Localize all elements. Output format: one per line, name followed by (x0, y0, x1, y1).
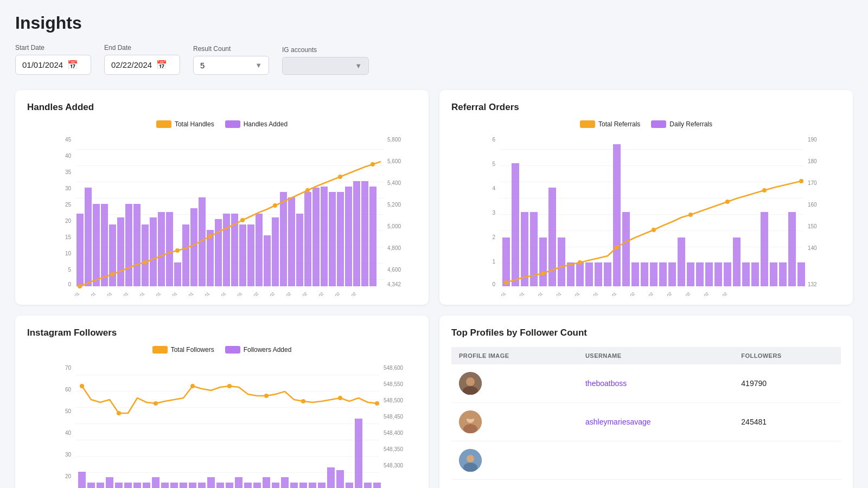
svg-point-210 (338, 396, 342, 400)
referral-chart-title: Referral Orders (451, 102, 841, 113)
svg-point-218 (464, 413, 476, 419)
table-header-row: PROFILE IMAGE USERNAME FOLLOWERS (451, 347, 841, 364)
legend-orange-ref (580, 120, 595, 128)
svg-text:30: 30 (65, 185, 72, 191)
svg-text:2024-12-02: 2024-12-02 (654, 291, 673, 296)
svg-point-213 (466, 377, 475, 386)
svg-text:2024-10-01: 2024-10-01 (543, 291, 563, 296)
svg-rect-174 (115, 483, 123, 488)
profile-image-cell (451, 403, 578, 441)
start-date-input[interactable]: 01/01/2024 📅 (15, 55, 91, 75)
svg-text:2024-04-01: 2024-04-01 (506, 291, 526, 296)
svg-text:548,300: 548,300 (384, 463, 404, 468)
svg-rect-175 (124, 483, 132, 488)
svg-point-66 (371, 162, 375, 166)
svg-point-65 (338, 175, 342, 179)
svg-rect-170 (78, 472, 86, 488)
svg-point-203 (80, 384, 84, 388)
svg-rect-38 (223, 214, 230, 286)
svg-text:160: 160 (808, 202, 817, 208)
svg-text:0: 0 (492, 281, 495, 287)
svg-rect-183 (198, 483, 206, 488)
svg-text:2024-09-02: 2024-09-02 (273, 291, 292, 296)
bottom-row: Instagram Followers Total Followers Foll… (15, 316, 853, 488)
svg-text:548,450: 548,450 (384, 414, 404, 420)
svg-rect-33 (182, 224, 189, 286)
svg-rect-191 (272, 483, 279, 488)
svg-rect-128 (761, 212, 768, 286)
svg-rect-46 (288, 197, 295, 286)
svg-rect-42 (256, 214, 263, 286)
svg-rect-40 (239, 224, 246, 286)
svg-rect-37 (215, 219, 222, 286)
svg-text:150: 150 (808, 223, 817, 229)
svg-rect-108 (576, 262, 584, 286)
ig-accounts-select[interactable]: ▼ (282, 57, 369, 75)
username-link-2[interactable]: ashleymariesavage (585, 418, 651, 426)
svg-rect-100 (502, 237, 510, 286)
svg-point-137 (652, 228, 656, 232)
result-count-select[interactable]: 5 ▼ (193, 56, 269, 75)
svg-rect-52 (337, 192, 344, 286)
svg-rect-48 (304, 192, 311, 286)
username-cell: theboatboss (578, 364, 733, 403)
svg-rect-49 (312, 188, 320, 286)
svg-rect-179 (161, 483, 169, 488)
svg-point-134 (541, 271, 545, 275)
end-date-input[interactable]: 02/22/2024 📅 (104, 55, 180, 75)
svg-rect-193 (290, 483, 298, 488)
followers-chart-card: Instagram Followers Total Followers Foll… (15, 316, 429, 488)
svg-rect-54 (353, 181, 360, 286)
svg-text:2024-12-02: 2024-12-02 (289, 291, 309, 296)
svg-point-211 (375, 401, 379, 406)
end-date-value: 02/22/2024 (111, 60, 152, 69)
svg-rect-22 (93, 204, 100, 286)
svg-text:5: 5 (492, 161, 495, 167)
svg-text:60: 60 (65, 387, 72, 393)
followers-chart-wrap: 70 60 50 40 30 20 548,600 548,550 548,50… (27, 359, 417, 488)
svg-rect-187 (235, 477, 242, 488)
table-row: theboatboss 419790 (451, 364, 841, 403)
svg-point-208 (264, 394, 269, 398)
svg-text:2024-10-01: 2024-10-01 (110, 291, 130, 296)
chevron-down-icon: ▼ (255, 61, 262, 69)
svg-text:5: 5 (68, 267, 71, 273)
svg-rect-55 (361, 181, 368, 286)
svg-text:30: 30 (65, 452, 72, 458)
svg-rect-194 (299, 483, 307, 488)
followers-chart-legend: Total Followers Followers Added (27, 346, 417, 354)
svg-point-209 (301, 399, 305, 403)
page-title: Insights (15, 13, 853, 33)
svg-rect-45 (280, 192, 287, 286)
svg-text:2024-21-02: 2024-21-02 (338, 291, 358, 296)
referral-chart-wrap: 6 5 4 3 2 1 0 190 180 170 160 150 140 13… (451, 133, 841, 296)
top-profiles-table: PROFILE IMAGE USERNAME FOLLOWERS theboat… (451, 347, 841, 480)
svg-rect-118 (668, 262, 676, 286)
svg-rect-28 (142, 224, 149, 286)
charts-row-1: Handles Added Total Handles Handles Adde… (15, 90, 853, 305)
username-link[interactable]: theboatboss (585, 379, 627, 388)
svg-text:2024-04-01: 2024-04-01 (78, 291, 97, 296)
svg-rect-20 (76, 214, 84, 286)
avatar (459, 449, 482, 472)
svg-rect-130 (779, 262, 787, 286)
svg-rect-199 (346, 483, 353, 488)
svg-rect-101 (512, 163, 519, 286)
svg-rect-198 (336, 470, 344, 488)
svg-rect-122 (705, 262, 713, 286)
svg-text:2024-01-01: 2024-01-01 (61, 291, 81, 296)
svg-point-59 (143, 260, 147, 265)
svg-point-57 (78, 284, 82, 288)
svg-text:2024-07-02: 2024-07-02 (635, 291, 655, 296)
start-date-group: Start Date 01/01/2024 📅 (15, 44, 91, 75)
result-count-group: Result Count 5 ▼ (193, 45, 269, 75)
svg-rect-189 (253, 483, 261, 488)
ig-accounts-label: IG accounts (282, 46, 369, 54)
username-cell (578, 441, 733, 480)
svg-text:2024-18-02: 2024-18-02 (322, 291, 341, 296)
svg-text:20: 20 (65, 218, 72, 224)
svg-text:548,500: 548,500 (384, 397, 404, 403)
svg-point-220 (467, 455, 474, 463)
svg-rect-31 (166, 212, 173, 286)
followers-count-2: 245481 (741, 418, 767, 426)
